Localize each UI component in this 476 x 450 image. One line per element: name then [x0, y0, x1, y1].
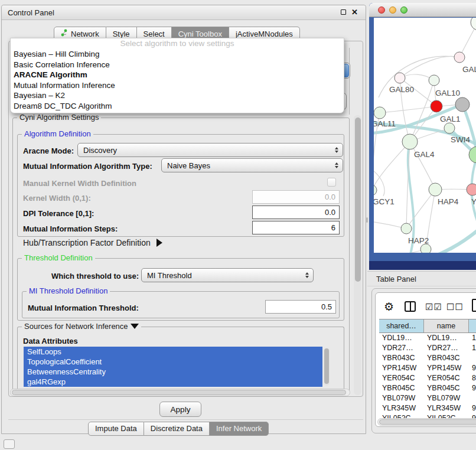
table-cell: YLR345W — [379, 403, 424, 413]
column-header-1[interactable]: shared… — [379, 319, 424, 332]
table-row[interactable]: YBL079WYBL079W — [379, 393, 476, 403]
network-node-HAP4[interactable] — [429, 183, 442, 196]
panel-splitter-handle[interactable] — [366, 217, 368, 223]
network-node-partial-top[interactable] — [471, 18, 476, 30]
column-header-3[interactable]: A — [469, 319, 476, 332]
data-attribute-item[interactable]: gal4RGexp — [24, 377, 322, 387]
data-attribute-item[interactable]: BetweennessCentrality — [24, 367, 322, 377]
mi-steps-field[interactable]: 6 — [252, 221, 340, 234]
table-panel-inner: ⚙ ☑☑ ☐☐ shared…nameA YDL19…YDL19…13YDR27… — [375, 292, 476, 427]
network-node-GAL10[interactable] — [429, 75, 439, 86]
network-node-SWI4[interactable] — [444, 123, 455, 133]
network-node-GAL11[interactable] — [374, 107, 386, 119]
column-header-2[interactable]: name — [424, 319, 469, 332]
aracne-mode-combo[interactable]: Discovery — [77, 143, 343, 157]
network-edge — [380, 106, 436, 113]
network-view-window: GALGAL80GAL10GAL1GAL11SWI4GAL4HAP4YGCY1H… — [369, 3, 476, 270]
algorithm-definition-title: Algorithm Definition — [22, 129, 93, 138]
manual-kernel-width-label: Manual Kernel Width Definition — [23, 179, 136, 188]
network-edge — [374, 142, 410, 190]
algorithm-option[interactable]: Basic Correlation Inference — [11, 60, 344, 70]
algorithm-option[interactable]: Dream8 DC_TDC Algorithm — [11, 101, 344, 112]
tab-impute-data[interactable]: Impute Data — [88, 422, 144, 436]
table-row[interactable]: YDL19…YDL19…13 — [379, 333, 476, 343]
network-node-salmon-node[interactable] — [467, 184, 476, 195]
network-node-left-sliver[interactable] — [374, 185, 377, 195]
unchecked-boxes-icon[interactable]: ☐☐ — [446, 302, 464, 312]
aracne-mode-label: Aracne Mode: — [23, 146, 74, 155]
split-columns-icon[interactable] — [405, 301, 416, 312]
sources-title-text: Sources for Network Inference — [24, 322, 128, 331]
hub-definition-label: Hub/Transcription Factor Definition — [23, 238, 151, 247]
tab-label: Cyni Toolbox — [178, 30, 222, 38]
table-cell: YDR27… — [379, 343, 424, 353]
mi-algorithm-type-combo[interactable]: Naive Bayes — [161, 158, 343, 172]
mi-threshold-field[interactable]: 0.5 — [265, 300, 336, 314]
table-panel-titlebar: Table Panel — [367, 271, 476, 286]
close-icon[interactable]: ✕ — [350, 8, 359, 17]
which-threshold-combo[interactable]: MI Threshold — [141, 268, 314, 282]
manual-kernel-width-checkbox[interactable] — [327, 178, 336, 187]
control-panel-titlebar: Control Panel ✕ — [2, 5, 366, 20]
settings-vertical-scrollbar[interactable] — [354, 115, 361, 395]
settings-horizontal-scrollbar[interactable] — [10, 389, 350, 396]
zoom-traffic-light-icon[interactable] — [400, 6, 407, 14]
restore-panel-icon[interactable] — [4, 439, 15, 449]
sources-group-title: Sources for Network Inference — [22, 322, 141, 331]
gear-icon[interactable]: ⚙ — [384, 300, 394, 314]
tab-label: Infer Network — [216, 424, 262, 433]
collapse-down-icon[interactable] — [131, 324, 139, 329]
minimize-traffic-light-icon[interactable] — [389, 6, 396, 14]
hub-definition-section[interactable]: Hub/Transcription Factor Definition — [23, 238, 162, 247]
network-node-GAL1[interactable] — [431, 100, 442, 112]
algorithm-option[interactable]: Bayesian – Hill Climbing — [11, 49, 344, 60]
data-attribute-item[interactable]: SelfLoops — [24, 347, 322, 357]
tab-infer-network[interactable]: Infer Network — [210, 422, 269, 436]
kernel-width-field[interactable]: 0.0 — [252, 190, 340, 204]
network-canvas[interactable]: GALGAL80GAL10GAL1GAL11SWI4GAL4HAP4YGCY1H… — [374, 18, 476, 253]
attribute-list-scrollbar[interactable] — [324, 348, 330, 386]
dpi-tolerance-field[interactable]: 0.0 — [252, 206, 340, 219]
kernel-width-label: Kernel Width (0,1): — [23, 194, 91, 203]
data-attribute-item[interactable]: TopologicalCoefficient — [24, 357, 322, 367]
network-node-GAL80[interactable] — [395, 73, 405, 83]
float-window-icon[interactable] — [339, 8, 348, 17]
node-label-SWI4: SWI4 — [451, 135, 470, 144]
network-node-GAL4[interactable] — [402, 134, 418, 149]
document-icon[interactable] — [472, 299, 476, 312]
network-node-HAP2[interactable] — [401, 223, 412, 234]
network-window-titlebar[interactable] — [369, 3, 476, 17]
algorithm-option[interactable]: Mutual Information Inference — [11, 80, 344, 91]
algorithm-option[interactable]: Bayesian – K2 — [11, 90, 344, 101]
table-row[interactable]: YPR145WYPR145W9. — [379, 363, 476, 373]
table-row[interactable]: YLR345WYLR345W9. — [379, 403, 476, 413]
expand-right-icon[interactable] — [157, 239, 162, 247]
which-threshold-value: MI Threshold — [147, 271, 192, 280]
node-label-GAL10: GAL10 — [435, 89, 460, 97]
apply-button[interactable]: Apply — [159, 402, 201, 417]
table-row[interactable]: YDR27…YDR27…12 — [379, 343, 476, 353]
table-row[interactable]: YER054CYER054C8. — [379, 373, 476, 383]
close-traffic-light-icon[interactable] — [378, 6, 385, 14]
tab-label: Style — [113, 30, 130, 38]
table-horizontal-scrollbar[interactable] — [377, 418, 476, 426]
node-label-GAL4: GAL4 — [414, 150, 435, 159]
tab-label: Network — [71, 30, 99, 38]
table-cell: 12 — [469, 343, 476, 353]
tab-discretize-data[interactable]: Discretize Data — [144, 422, 210, 436]
node-label-GAL: GAL — [462, 65, 476, 74]
network-edge — [377, 249, 426, 253]
table-row[interactable]: YBR045CYBR045C9. — [379, 383, 476, 393]
network-node-bottom-partial[interactable] — [420, 244, 431, 253]
checked-boxes-icon[interactable]: ☑☑ — [425, 302, 442, 312]
network-node-GAL7[interactable] — [454, 52, 465, 63]
hidden-group-border — [349, 48, 350, 115]
algorithm-option[interactable]: ARACNE Algorithm — [11, 70, 344, 80]
table-cell: YPR145W — [379, 363, 424, 373]
table-row[interactable]: YBR043CYBR043C — [379, 353, 476, 363]
combo-spinner-icon — [305, 272, 309, 278]
table-cell: YDR27… — [424, 343, 469, 353]
tab-label: Discretize Data — [151, 424, 203, 433]
network-node-gray-node[interactable] — [455, 97, 470, 112]
table-cell — [469, 393, 476, 403]
